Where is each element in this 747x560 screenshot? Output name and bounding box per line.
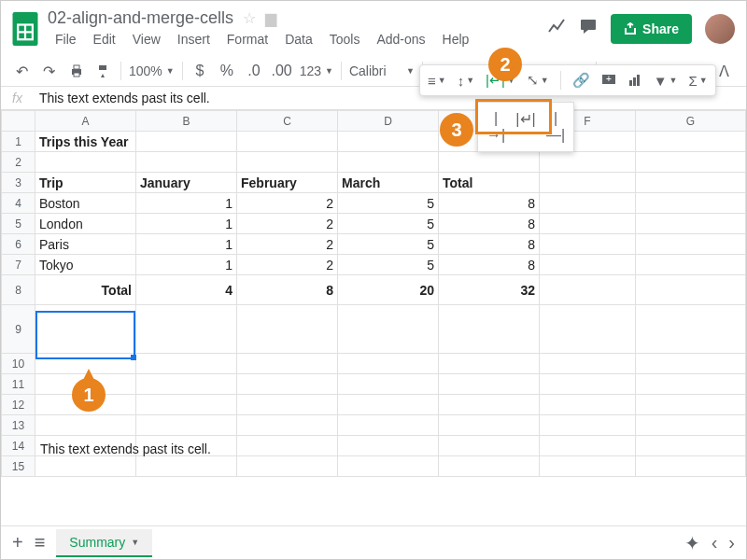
cell[interactable] xyxy=(635,436,745,456)
row-header[interactable]: 12 xyxy=(2,395,35,415)
cell[interactable]: 5 xyxy=(338,234,439,255)
col-header[interactable]: D xyxy=(338,111,439,132)
document-title[interactable]: 02-align-and-merge-cells xyxy=(48,8,233,28)
share-button[interactable]: Share xyxy=(611,14,692,44)
cell[interactable]: 1 xyxy=(136,234,237,255)
cell[interactable] xyxy=(338,152,439,173)
cell[interactable]: 1 xyxy=(136,193,237,214)
scroll-right-icon[interactable]: › xyxy=(728,532,735,553)
cell[interactable] xyxy=(237,152,338,173)
cell[interactable] xyxy=(237,395,338,415)
star-icon[interactable]: ☆ xyxy=(243,9,256,27)
font-dropdown[interactable]: Calibri▼ xyxy=(349,63,415,78)
redo-icon[interactable]: ↷ xyxy=(39,60,59,82)
cell[interactable] xyxy=(439,354,540,374)
cell[interactable] xyxy=(237,374,338,395)
cell[interactable] xyxy=(237,436,338,456)
zoom-dropdown[interactable]: 100%▼ xyxy=(129,63,175,78)
cell[interactable] xyxy=(540,173,636,193)
cell[interactable] xyxy=(540,395,636,415)
cell[interactable] xyxy=(439,436,540,456)
row-header[interactable]: 4 xyxy=(2,193,35,214)
cell[interactable]: 2 xyxy=(237,234,338,255)
cell[interactable] xyxy=(635,456,745,477)
cell[interactable]: 2 xyxy=(237,255,338,275)
cell[interactable] xyxy=(540,214,636,234)
cell[interactable] xyxy=(635,173,745,193)
cell[interactable] xyxy=(540,354,636,374)
cell[interactable]: March xyxy=(338,173,439,193)
text-rotation-icon[interactable]: ⤡▼ xyxy=(527,72,549,89)
decrease-decimal-icon[interactable]: .0 xyxy=(244,60,263,82)
cell[interactable] xyxy=(136,354,237,374)
cell[interactable]: Trip xyxy=(35,173,136,193)
cell[interactable] xyxy=(439,456,540,477)
cell[interactable] xyxy=(338,305,439,354)
row-header[interactable]: 5 xyxy=(2,214,35,234)
spreadsheet-grid[interactable]: A B C D E F G 1Trips this Year 2 3TripJa… xyxy=(1,110,746,511)
menu-addons[interactable]: Add-ons xyxy=(369,30,432,49)
cell[interactable] xyxy=(237,456,338,477)
cell[interactable] xyxy=(136,374,237,395)
cell[interactable] xyxy=(35,456,136,477)
cell[interactable]: Boston xyxy=(35,193,136,214)
wrap-wrap-icon[interactable]: |↵| xyxy=(515,110,536,144)
cell[interactable] xyxy=(338,354,439,374)
cell[interactable]: Total xyxy=(439,173,540,193)
increase-decimal-icon[interactable]: .00 xyxy=(271,60,291,82)
cell[interactable] xyxy=(439,152,540,173)
sheet-tab-summary[interactable]: Summary▼ xyxy=(56,529,152,557)
cell[interactable]: January xyxy=(136,173,237,193)
cell[interactable] xyxy=(439,415,540,436)
add-sheet-icon[interactable]: + xyxy=(12,532,23,553)
cell[interactable] xyxy=(635,305,745,354)
cell[interactable] xyxy=(439,395,540,415)
insert-comment-icon[interactable]: + xyxy=(601,73,616,88)
cell[interactable]: 2 xyxy=(237,214,338,234)
row-header[interactable]: 10 xyxy=(2,354,35,374)
row-header[interactable]: 6 xyxy=(2,234,35,255)
row-header[interactable]: 13 xyxy=(2,415,35,436)
cell[interactable] xyxy=(136,456,237,477)
cell[interactable] xyxy=(635,152,745,173)
avatar[interactable] xyxy=(705,14,735,44)
cell[interactable]: 5 xyxy=(338,193,439,214)
sheets-logo[interactable] xyxy=(12,10,40,48)
col-header[interactable]: G xyxy=(635,111,745,132)
menu-help[interactable]: Help xyxy=(435,30,477,49)
row-header[interactable]: 9 xyxy=(2,305,35,354)
explore-icon[interactable]: ✦ xyxy=(684,532,700,554)
cell[interactable] xyxy=(540,415,636,436)
row-header[interactable]: 2 xyxy=(2,152,35,173)
cell[interactable] xyxy=(635,193,745,214)
cell[interactable] xyxy=(635,255,745,275)
menu-format[interactable]: Format xyxy=(219,30,275,49)
menu-insert[interactable]: Insert xyxy=(170,30,218,49)
cell[interactable] xyxy=(237,354,338,374)
cell[interactable]: 8 xyxy=(439,193,540,214)
row-header[interactable]: 7 xyxy=(2,255,35,275)
cell[interactable]: 5 xyxy=(338,255,439,275)
cell[interactable]: 1 xyxy=(136,255,237,275)
filter-icon[interactable]: ▼▼ xyxy=(654,73,678,89)
cell[interactable] xyxy=(540,456,636,477)
menu-data[interactable]: Data xyxy=(277,30,320,49)
cell[interactable]: 32 xyxy=(439,275,540,305)
percent-icon[interactable]: % xyxy=(217,60,236,82)
cell-selected[interactable] xyxy=(35,305,136,354)
cell[interactable] xyxy=(635,234,745,255)
activity-icon[interactable] xyxy=(547,17,566,40)
formula-input[interactable]: This text extends past its cell. xyxy=(39,91,210,105)
cell[interactable] xyxy=(338,132,439,152)
menu-edit[interactable]: Edit xyxy=(86,30,123,49)
cell[interactable]: 8 xyxy=(237,275,338,305)
vertical-align-icon[interactable]: ↕▼ xyxy=(458,73,474,89)
cell[interactable] xyxy=(136,152,237,173)
cell[interactable]: 5 xyxy=(338,214,439,234)
fx-icon[interactable]: fx xyxy=(12,91,22,105)
select-all-cell[interactable] xyxy=(2,111,35,132)
all-sheets-icon[interactable]: ≡ xyxy=(35,532,46,553)
cell[interactable] xyxy=(338,436,439,456)
col-header[interactable]: A xyxy=(35,111,136,132)
cell[interactable] xyxy=(540,374,636,395)
